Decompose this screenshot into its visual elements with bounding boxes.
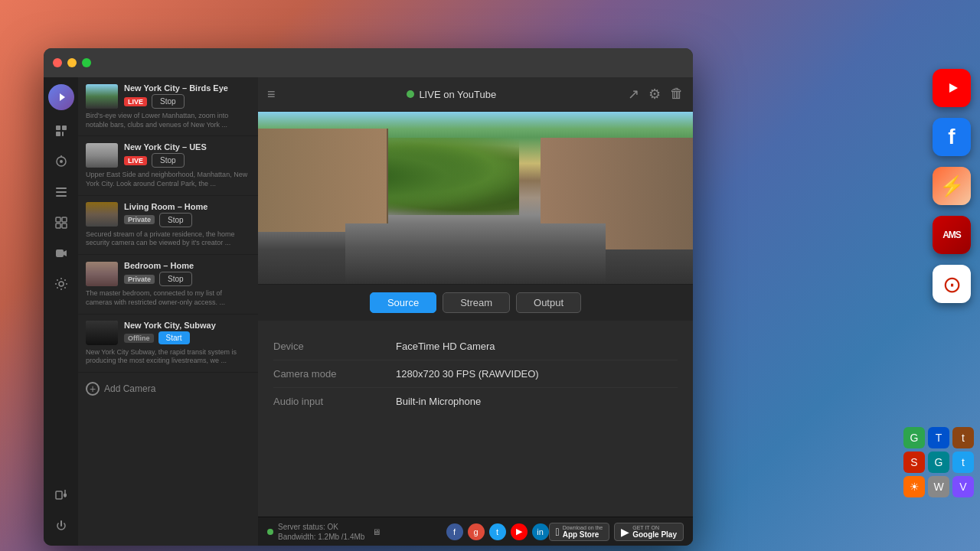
mini-app-6[interactable]: t: [952, 452, 974, 473]
camera-thumb-4: [86, 262, 118, 286]
camera-item-3[interactable]: Living Room – Home Private Stop Secured …: [78, 196, 258, 255]
minimize-button[interactable]: [67, 58, 77, 67]
titlebar: [44, 48, 693, 77]
social-linkedin[interactable]: in: [532, 523, 549, 540]
camera-item-2[interactable]: New York City – UES LIVE Stop Upper East…: [78, 136, 258, 195]
app-window: New York City – Birds Eye LIVE Stop Bird…: [44, 48, 693, 546]
sidebar-item-settings[interactable]: [47, 270, 75, 298]
svg-rect-2: [62, 126, 67, 130]
sidebar-item-library[interactable]: [47, 117, 75, 145]
settings-icon[interactable]: ⚙: [648, 86, 661, 103]
camera-info-4: Bedroom – Home Private Stop: [124, 261, 250, 286]
social-youtube[interactable]: ▶: [511, 523, 528, 540]
svg-rect-14: [62, 223, 67, 228]
googleplay-text: GET IT ON Google Play: [632, 525, 677, 539]
mini-apps-row-2: S G t: [903, 452, 974, 473]
appstore-name: App Store: [563, 530, 603, 539]
video-bg: [258, 112, 693, 284]
googleplay-name: Google Play: [632, 530, 677, 539]
status-badge-4: Private: [124, 275, 155, 284]
main-content: New York City – Birds Eye LIVE Stop Bird…: [44, 77, 693, 546]
svg-point-21: [66, 283, 67, 285]
svg-marker-29: [949, 83, 958, 93]
maximize-button[interactable]: [82, 58, 91, 67]
audio-input-value: Built-in Microphone: [396, 396, 481, 407]
mini-apps: G T t S G t ☀ W V: [903, 427, 974, 497]
camera-desc-1: Bird's-eye view of Lower Manhattan, zoom…: [86, 112, 250, 129]
camera-name-5: New York City, Subway: [124, 321, 250, 330]
stop-button-2[interactable]: Stop: [152, 153, 185, 168]
traffic-lights: [53, 58, 91, 67]
stream-tab[interactable]: Stream: [443, 292, 510, 313]
building-left: [258, 129, 388, 232]
mini-app-1[interactable]: G: [903, 427, 925, 448]
menu-icon[interactable]: ≡: [267, 86, 276, 103]
camera-thumb-3: [86, 202, 118, 227]
camera-item-1[interactable]: New York City – Birds Eye LIVE Stop Bird…: [78, 77, 258, 136]
device-setting-row: Device FaceTime HD Camera: [273, 333, 678, 360]
camera-name-1: New York City – Birds Eye: [124, 83, 250, 93]
mini-app-7[interactable]: ☀: [903, 476, 925, 497]
camera-info-2: New York City – UES LIVE Stop: [124, 142, 250, 168]
camera-info-5: New York City, Subway Offline Start: [124, 321, 250, 344]
social-twitter[interactable]: t: [489, 523, 506, 540]
ams-app-icon[interactable]: AMS: [933, 216, 971, 254]
start-button-5[interactable]: Start: [158, 331, 190, 344]
sidebar-item-explore[interactable]: [47, 148, 75, 175]
social-facebook[interactable]: f: [446, 523, 463, 540]
bandwidth-label: Bandwidth: 1.2Mb /1.4Mb: [278, 532, 364, 542]
sidebar-item-add[interactable]: [47, 481, 75, 509]
stop-button-1[interactable]: Stop: [152, 94, 185, 109]
googleplay-badge[interactable]: ▶ GET IT ON Google Play: [614, 523, 684, 541]
close-button[interactable]: [53, 58, 62, 67]
sidebar-item-grid[interactable]: [47, 209, 75, 236]
audio-input-label: Audio input: [273, 396, 396, 407]
delete-icon[interactable]: 🗑: [670, 86, 684, 103]
svg-point-24: [64, 279, 66, 281]
stop-button-3[interactable]: Stop: [159, 213, 192, 227]
stop-button-4[interactable]: Stop: [159, 272, 192, 286]
svg-rect-9: [56, 191, 67, 193]
mini-app-5[interactable]: G: [928, 452, 949, 473]
appstore-badge[interactable]:  Download on the App Store: [549, 523, 610, 541]
camera-desc-2: Upper East Side and neighborhood, Manhat…: [86, 171, 250, 188]
camera-mode-label: Camera mode: [273, 368, 396, 380]
camera-item-5[interactable]: New York City, Subway Offline Start New …: [78, 315, 258, 373]
target-app-icon[interactable]: ⊙: [933, 265, 971, 303]
add-camera-icon: +: [86, 382, 100, 396]
sidebar-item-power[interactable]: [47, 512, 75, 540]
mini-app-4[interactable]: S: [903, 452, 925, 473]
server-status-label: Server status: OK: [278, 522, 364, 532]
svg-point-22: [57, 279, 58, 281]
facebook-app-icon[interactable]: f: [933, 118, 971, 156]
share-icon[interactable]: ↗: [628, 86, 639, 103]
output-tab[interactable]: Output: [516, 292, 581, 313]
settings-panel: Device FaceTime HD Camera Camera mode 12…: [258, 321, 693, 517]
sidebar-item-video[interactable]: [47, 240, 75, 267]
camera-desc-4: The master bedroom, connected to my list…: [86, 289, 250, 307]
mini-app-8[interactable]: W: [928, 476, 949, 497]
status-badge-5: Offline: [124, 334, 154, 343]
camera-item-4[interactable]: Bedroom – Home Private Stop The master b…: [78, 255, 258, 314]
camera-info-3: Living Room – Home Private Stop: [124, 202, 250, 227]
social-googleplus[interactable]: g: [468, 523, 485, 540]
camera-desc-3: Secured stream of a private residence, t…: [86, 230, 250, 248]
audio-input-setting-row: Audio input Built-in Microphone: [273, 388, 678, 415]
mini-app-9[interactable]: V: [952, 476, 974, 497]
sidebar-logo[interactable]: [47, 83, 75, 111]
lightning-app-icon[interactable]: ⚡: [933, 167, 971, 205]
appstore-sub: Download on the: [563, 525, 603, 530]
device-value: FaceTime HD Camera: [396, 341, 495, 352]
sidebar-item-list[interactable]: [47, 178, 75, 206]
camera-thumb-1: [86, 84, 118, 109]
status-badge-3: Private: [124, 215, 155, 224]
mini-app-2[interactable]: T: [928, 427, 949, 448]
mini-apps-row-1: G T t: [903, 427, 974, 448]
source-tab[interactable]: Source: [370, 292, 436, 313]
add-camera-button[interactable]: + Add Camera: [78, 373, 258, 405]
youtube-app-icon[interactable]: [933, 69, 971, 107]
svg-point-17: [59, 282, 64, 286]
mini-app-3[interactable]: t: [952, 427, 974, 448]
camera-desc-5: New York City Subway, the rapid transit …: [86, 348, 250, 366]
road: [345, 223, 606, 284]
